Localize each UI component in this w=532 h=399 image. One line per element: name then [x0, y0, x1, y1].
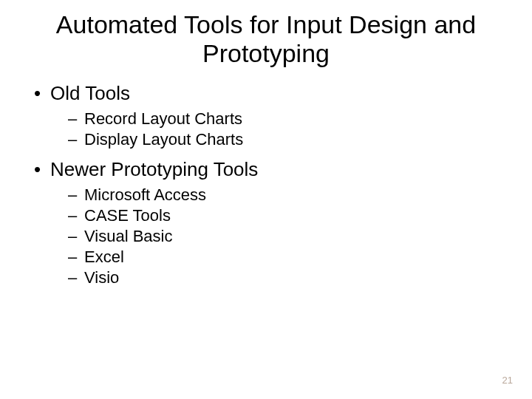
bullet-label: Newer Prototyping Tools — [50, 158, 258, 180]
sub-bullet-list: Microsoft Access CASE Tools Visual Basic… — [50, 185, 502, 289]
page-number: 21 — [502, 375, 513, 386]
list-item: Newer Prototyping Tools Microsoft Access… — [30, 157, 502, 288]
sub-bullet-label: Excel — [84, 248, 124, 266]
sub-bullet-label: CASE Tools — [84, 206, 171, 225]
sub-bullet-label: Visual Basic — [84, 227, 172, 245]
sub-bullet-label: Record Layout Charts — [84, 109, 242, 128]
list-item: Excel — [50, 247, 502, 267]
sub-bullet-list: Record Layout Charts Display Layout Char… — [50, 109, 502, 150]
list-item: CASE Tools — [50, 205, 502, 226]
list-item: Microsoft Access — [50, 185, 502, 205]
bullet-list: Old Tools Record Layout Charts Display L… — [30, 81, 502, 288]
slide-content: Old Tools Record Layout Charts Display L… — [30, 81, 502, 288]
list-item: Visio — [50, 267, 502, 288]
list-item: Display Layout Charts — [50, 129, 502, 150]
list-item: Old Tools Record Layout Charts Display L… — [30, 81, 502, 150]
sub-bullet-label: Visio — [84, 268, 119, 287]
bullet-label: Old Tools — [50, 82, 130, 104]
sub-bullet-label: Display Layout Charts — [84, 130, 243, 149]
slide: Automated Tools for Input Design and Pro… — [0, 0, 532, 399]
slide-title: Automated Tools for Input Design and Pro… — [30, 10, 502, 68]
sub-bullet-label: Microsoft Access — [84, 185, 206, 204]
list-item: Visual Basic — [50, 226, 502, 247]
list-item: Record Layout Charts — [50, 109, 502, 129]
